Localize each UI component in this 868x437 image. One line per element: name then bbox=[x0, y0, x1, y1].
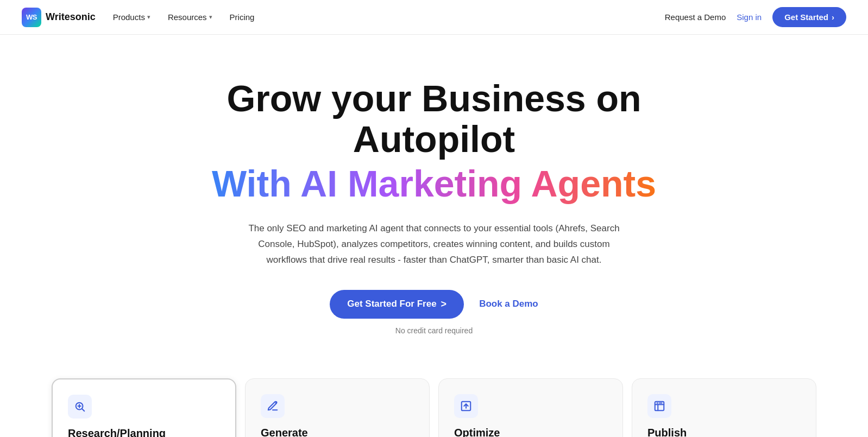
nav-left: WS Writesonic Products ▾ Resources ▾ Pri… bbox=[22, 8, 254, 27]
cta-primary-label: Get Started For Free bbox=[347, 299, 436, 309]
get-started-button[interactable]: Get Started › bbox=[772, 7, 846, 27]
optimize-icon bbox=[454, 394, 478, 418]
research-icon bbox=[68, 395, 92, 419]
logo-initials: WS bbox=[26, 13, 37, 21]
hero-section: Grow your Business on Autopilot With AI … bbox=[0, 35, 868, 357]
nav-resources-label: Resources bbox=[168, 12, 207, 22]
card-publish[interactable]: Publish bbox=[632, 378, 816, 437]
request-demo-link[interactable]: Request a Demo bbox=[665, 12, 726, 22]
card-optimize-title: Optimize bbox=[454, 427, 607, 437]
no-credit-card-label: No credit card required bbox=[395, 326, 473, 335]
nav-pricing[interactable]: Pricing bbox=[230, 10, 255, 24]
hero-title-line1: Grow your Business on Autopilot bbox=[190, 78, 678, 160]
card-optimize[interactable]: Optimize bbox=[438, 378, 623, 437]
nav-right: Request a Demo Sign in Get Started › bbox=[665, 7, 846, 27]
publish-icon bbox=[647, 394, 671, 418]
navbar: WS Writesonic Products ▾ Resources ▾ Pri… bbox=[0, 0, 868, 35]
cta-primary-button[interactable]: Get Started For Free > bbox=[330, 290, 464, 319]
hero-subtitle: The only SEO and marketing AI agent that… bbox=[244, 221, 624, 268]
logo-text: Writesonic bbox=[46, 11, 96, 23]
nav-products-label: Products bbox=[113, 12, 145, 22]
sign-in-link[interactable]: Sign in bbox=[737, 12, 762, 22]
card-generate[interactable]: Generate bbox=[245, 378, 430, 437]
logo-icon: WS bbox=[22, 8, 41, 27]
cta-arrow-icon: > bbox=[441, 299, 447, 310]
hero-cta-group: Get Started For Free > Book a Demo bbox=[330, 290, 538, 319]
card-publish-title: Publish bbox=[647, 427, 801, 437]
card-generate-title: Generate bbox=[261, 427, 414, 437]
get-started-label: Get Started bbox=[784, 12, 828, 22]
hero-title-line2: With AI Marketing Agents bbox=[212, 162, 656, 206]
nav-pricing-label: Pricing bbox=[230, 12, 255, 22]
chevron-down-icon: ▾ bbox=[147, 14, 150, 21]
feature-cards: Research/Planning Generate Optimize bbox=[0, 357, 868, 437]
card-research[interactable]: Research/Planning bbox=[52, 378, 236, 437]
chevron-down-icon: ▾ bbox=[209, 14, 212, 21]
svg-line-1 bbox=[82, 409, 84, 411]
arrow-icon: › bbox=[832, 12, 834, 22]
nav-resources[interactable]: Resources ▾ bbox=[168, 10, 212, 24]
cta-secondary-button[interactable]: Book a Demo bbox=[479, 299, 538, 309]
generate-icon bbox=[261, 394, 285, 418]
svg-line-4 bbox=[276, 402, 277, 403]
nav-products[interactable]: Products ▾ bbox=[113, 10, 150, 24]
card-research-title: Research/Planning bbox=[68, 427, 220, 437]
logo-link[interactable]: WS Writesonic bbox=[22, 8, 96, 27]
